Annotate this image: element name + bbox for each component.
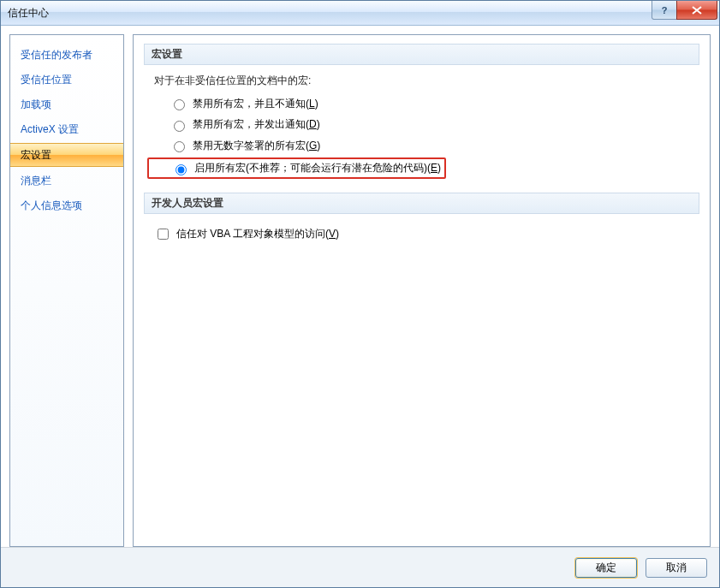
window-controls: ?: [652, 1, 719, 20]
titlebar: 信任中心 ?: [1, 1, 719, 26]
window-title: 信任中心: [8, 6, 49, 21]
checkbox-input-trust-vba[interactable]: [158, 229, 169, 240]
sidebar-item-addins[interactable]: 加载项: [10, 93, 123, 116]
highlighted-option: 启用所有宏(不推荐；可能会运行有潜在危险的代码)(E): [147, 157, 446, 179]
sidebar-item-trusted-locations[interactable]: 受信任位置: [10, 68, 123, 91]
radio-disable-no-notify[interactable]: 禁用所有宏，并且不通知(L): [144, 93, 699, 114]
section-header-developer: 开发人员宏设置: [144, 193, 699, 214]
radio-label: 禁用无数字签署的所有宏(G): [193, 137, 320, 154]
intro-text: 对于在非受信任位置的文档中的宏:: [144, 74, 699, 93]
help-button[interactable]: ?: [652, 1, 677, 20]
radio-input-disable-notify[interactable]: [174, 121, 185, 132]
sidebar-item-message-bar[interactable]: 消息栏: [10, 169, 123, 192]
dialog-footer: 确定 取消: [1, 547, 719, 587]
radio-input-disable-no-notify[interactable]: [174, 99, 185, 110]
ok-button[interactable]: 确定: [575, 558, 637, 578]
radio-label: 禁用所有宏，并发出通知(D): [193, 116, 320, 133]
sidebar-item-macro-settings[interactable]: 宏设置: [10, 143, 123, 167]
radio-label: 启用所有宏(不推荐；可能会运行有潜在危险的代码)(E): [194, 161, 441, 175]
checkbox-trust-vba[interactable]: 信任对 VBA 工程对象模型的访问(V): [144, 223, 699, 246]
section-header-macro: 宏设置: [144, 44, 699, 65]
radio-label: 禁用所有宏，并且不通知(L): [193, 95, 318, 112]
radio-input-enable-all[interactable]: [176, 164, 187, 175]
checkbox-label: 信任对 VBA 工程对象模型的访问(V): [176, 227, 339, 241]
cancel-button[interactable]: 取消: [646, 558, 707, 578]
radio-disable-notify[interactable]: 禁用所有宏，并发出通知(D): [144, 114, 699, 134]
sidebar-item-activex[interactable]: ActiveX 设置: [10, 118, 123, 140]
dialog-body: 受信任的发布者 受信任位置 加载项 ActiveX 设置 宏设置 消息栏 个人信…: [1, 26, 719, 547]
sidebar: 受信任的发布者 受信任位置 加载项 ActiveX 设置 宏设置 消息栏 个人信…: [9, 34, 124, 547]
main-panel: 宏设置 对于在非受信任位置的文档中的宏: 禁用所有宏，并且不通知(L) 禁用所有…: [133, 34, 711, 547]
radio-disable-unsigned[interactable]: 禁用无数字签署的所有宏(G): [144, 135, 699, 156]
close-icon: [692, 6, 702, 15]
trust-center-dialog: 信任中心 ? 受信任的发布者 受信任位置 加载项 ActiveX 设置 宏设置 …: [0, 0, 720, 588]
sidebar-item-trusted-publishers[interactable]: 受信任的发布者: [10, 44, 123, 66]
sidebar-item-privacy[interactable]: 个人信息选项: [10, 194, 123, 217]
close-button[interactable]: [676, 1, 717, 20]
radio-input-disable-unsigned[interactable]: [174, 141, 185, 152]
